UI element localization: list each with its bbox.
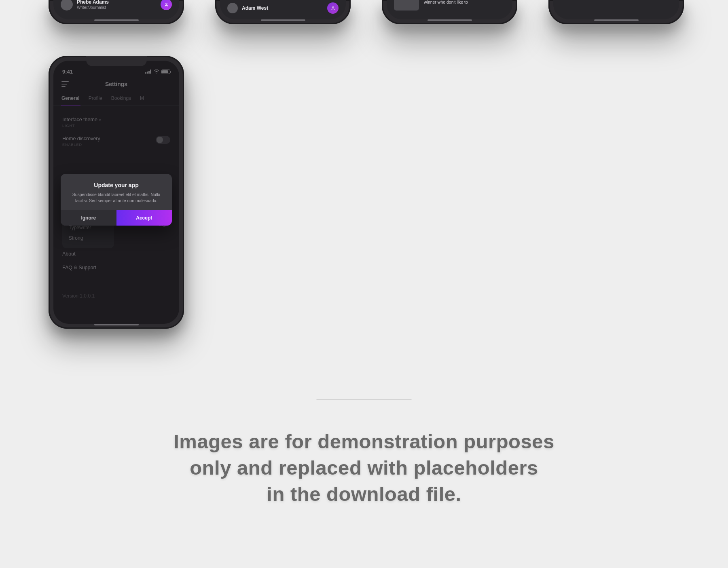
phone-mock-top-3: winner who don't like to [382, 0, 517, 24]
phone-mock-top-1: Phebe Adams Writer/Journalist [49, 0, 184, 24]
list-item-profile[interactable]: Phebe Adams Writer/Journalist [53, 0, 179, 11]
disclaimer-text: Images are for demonstration purposes on… [0, 429, 728, 507]
phone-screen [553, 0, 679, 19]
user-icon [330, 6, 336, 11]
divider [317, 399, 412, 400]
article-headline-text: winner who don't like to [424, 0, 468, 4]
phone-screen: winner who don't like to [387, 0, 512, 19]
svg-point-1 [332, 6, 333, 8]
avatar [227, 3, 238, 13]
profile-name: Adam West [242, 5, 268, 11]
home-indicator [427, 19, 472, 21]
ignore-button[interactable]: Ignore [61, 210, 116, 226]
disclaimer-line: only and replaced with placeholders [0, 455, 728, 481]
profile-action-button[interactable] [161, 0, 172, 10]
modal-body: Update your app Suspendisse blandit laor… [61, 174, 172, 210]
disclaimer-line: Images are for demonstration purposes [0, 429, 728, 455]
phone-mock-settings: 9:41 Settings General Profile Bookings M [49, 56, 184, 329]
article-headline: winner who don't like to [424, 0, 468, 5]
profile-name-block: Adam West [242, 5, 268, 11]
accept-button[interactable]: Accept [116, 210, 172, 226]
user-icon [164, 2, 169, 7]
modal-title: Update your app [69, 182, 164, 188]
home-indicator [594, 19, 639, 21]
profile-action-button[interactable] [327, 2, 339, 14]
phone-mock-top-2: Adam West [215, 0, 351, 24]
svg-point-0 [165, 3, 167, 4]
home-indicator [94, 324, 139, 325]
update-modal: Update your app Suspendisse blandit laor… [61, 174, 172, 226]
avatar [61, 0, 73, 11]
profile-subtitle: Writer/Journalist [77, 5, 109, 10]
profile-name-block: Phebe Adams Writer/Journalist [77, 0, 109, 10]
list-item-article[interactable]: winner who don't like to [387, 0, 512, 11]
phone-screen: Phebe Adams Writer/Journalist [53, 0, 179, 19]
home-indicator [94, 19, 139, 21]
modal-description: Suspendisse blandit laoreet elit et matt… [69, 192, 164, 204]
article-thumbnail [394, 0, 419, 11]
phone-mock-top-4 [548, 0, 684, 24]
phone-screen: 9:41 Settings General Profile Bookings M [53, 61, 179, 324]
phone-notch [86, 56, 147, 66]
phone-screen: Adam West [220, 0, 346, 19]
home-indicator [261, 19, 305, 21]
profile-name: Phebe Adams [77, 0, 109, 5]
disclaimer-line: in the download file. [0, 481, 728, 507]
modal-actions: Ignore Accept [61, 210, 172, 226]
list-item-profile[interactable]: Adam West [220, 2, 346, 14]
